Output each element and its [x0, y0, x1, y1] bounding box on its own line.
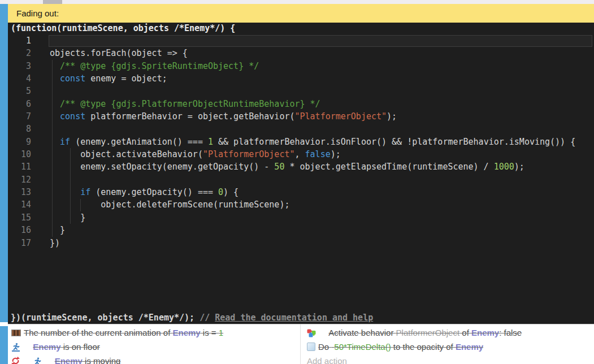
action-text: Activate behavior PlatformerObject of En… — [328, 328, 522, 337]
code-line[interactable]: 10 object.activateBehavior("PlatformerOb… — [8, 148, 594, 161]
line-number: 13 — [8, 186, 31, 198]
line-number: 4 — [8, 72, 31, 85]
code-line[interactable]: 6 /** @type {gdjs.PlatformerObjectRuntim… — [8, 98, 594, 110]
line-number: 7 — [8, 110, 31, 123]
event-selection-bar-lower — [0, 326, 8, 364]
code-function-header: (function(runtimeScene, objects /*Enemy*… — [8, 23, 594, 34]
line-number: 6 — [8, 98, 31, 110]
line-number: 14 — [8, 198, 31, 211]
line-number: 1 — [8, 34, 31, 47]
condition-row[interactable]: Enemy is moving — [8, 354, 300, 364]
line-number: 9 — [8, 136, 31, 148]
code-line[interactable]: 5 — [8, 85, 594, 97]
line-number: 11 — [8, 161, 31, 173]
invert-icon — [11, 337, 30, 364]
js-code-editor[interactable]: (function(runtimeScene, objects /*Enemy*… — [8, 23, 594, 324]
line-number: 3 — [8, 60, 31, 72]
add-action-button[interactable]: Add action — [301, 354, 594, 364]
action-row[interactable]: Do -50*TimeDelta() to the opacity of Ene… — [301, 340, 594, 354]
comment-banner-text: Fading out: — [8, 4, 594, 23]
opacity-icon — [307, 343, 315, 351]
moving-icon — [33, 337, 51, 364]
code-line[interactable]: 2objects.forEach(object => { — [8, 47, 594, 59]
code-line[interactable]: 8 — [8, 123, 594, 135]
condition-text: Enemy is moving — [55, 356, 121, 364]
code-lines: 1 2objects.forEach(object => { 3 /** @ty… — [8, 34, 594, 249]
code-line[interactable]: 4 const enemy = object; — [8, 72, 594, 85]
code-line[interactable]: 16 } — [8, 224, 594, 236]
line-number: 8 — [8, 123, 31, 135]
conditions-column: The number of the current animation of E… — [8, 326, 300, 364]
line-number: 12 — [8, 174, 31, 186]
window-top-edge — [0, 0, 594, 4]
line-number: 16 — [8, 224, 31, 236]
action-row[interactable]: Activate behavior PlatformerObject of En… — [301, 326, 594, 340]
code-line[interactable]: 14 object.deleteFromScene(runtimeScene); — [8, 198, 594, 211]
line-number: 5 — [8, 85, 31, 97]
condition-text: The number of the current animation of E… — [24, 328, 223, 337]
code-line[interactable]: 7 const platformerBehavior = object.getB… — [8, 110, 594, 123]
code-line[interactable]: 1 — [8, 34, 594, 47]
event-sheet-row: The number of the current animation of E… — [8, 324, 594, 364]
actions-column: Activate behavior PlatformerObject of En… — [301, 326, 594, 364]
line-number: 15 — [8, 211, 31, 224]
documentation-link[interactable]: Read the documentation and help — [215, 313, 373, 323]
window-top-notch — [43, 0, 62, 4]
comment-banner[interactable]: Fading out: — [8, 4, 594, 23]
code-line[interactable]: 15 } — [8, 211, 594, 224]
code-line[interactable]: 13 if (enemy.getOpacity() === 0) { — [8, 186, 594, 198]
code-line[interactable]: 12 — [8, 174, 594, 186]
code-function-footer: })(runtimeScene, objects /*Enemy*/); // … — [8, 312, 594, 323]
line-number: 17 — [8, 237, 31, 249]
code-line[interactable]: 11 enemy.setOpacity(enemy.getOpacity() -… — [8, 161, 594, 173]
code-line[interactable]: 9 if (enemy.getAnimation() === 1 && plat… — [8, 136, 594, 148]
action-text: Do -50*TimeDelta() to the opacity of Ene… — [318, 342, 483, 352]
line-number: 2 — [8, 47, 31, 59]
code-line[interactable]: 3 /** @type {gdjs.SpriteRuntimeObject} *… — [8, 60, 594, 72]
code-line[interactable]: 17}) — [8, 237, 594, 249]
line-number: 10 — [8, 148, 31, 161]
event-selection-bar — [0, 4, 8, 322]
